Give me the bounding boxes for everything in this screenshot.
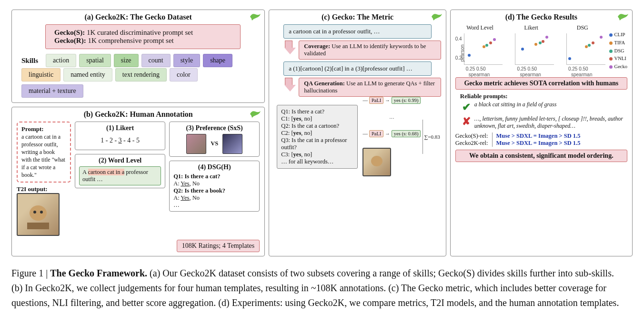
wordlevel-title: (2) Word Level	[79, 157, 161, 164]
x-icon: ✘	[462, 115, 471, 130]
legend-vnli: VNLI	[614, 56, 626, 61]
c2: C2: [yes, no]	[281, 130, 353, 137]
panel-a: (a) Gecko2K: The Gecko Dataset Gecko(S):…	[11, 10, 265, 103]
check-icon: ✔	[462, 101, 471, 113]
t2i-image	[17, 193, 60, 236]
q2: Q2: Is the cat a cartoon?	[281, 122, 353, 130]
skill-action: action	[46, 54, 76, 67]
q1: Q1: Is there a cat?	[281, 108, 353, 115]
panel-b-body: Prompt: a cartoon cat in a professor out…	[17, 122, 260, 236]
pref-image-b	[222, 134, 242, 154]
qa-label: QA Generation:	[304, 80, 345, 87]
wl-hi: cartoon cat in a	[88, 169, 125, 175]
pali-tag: PaLI	[369, 97, 383, 104]
gecko-icon	[431, 12, 443, 21]
prompt-label: Prompt:	[21, 125, 44, 132]
panel-a-title: (a) Gecko2K: The Gecko Dataset	[17, 13, 260, 21]
panel-b-leftcol: Prompt: a cartoon cat in a professor out…	[17, 122, 71, 236]
c3: C3: [yes, no]	[281, 151, 353, 158]
left-column: (a) Gecko2K: The Gecko Dataset Gecko(S):…	[11, 10, 265, 256]
mini-chart-likert: Likert 0.25 0.50spearman	[506, 24, 556, 74]
rank-box: Gecko(S)-rel: Muse > SDXL = Imagen > SD …	[455, 132, 627, 147]
mini-chart-wl: Word Level 0.25 0.50spearmanpearson0.40.…	[455, 24, 505, 74]
skill-material-texture: material + texture	[21, 84, 83, 98]
dsg-card: (4) DSG(H) Q1: Is there a cat? A: Yes, N…	[169, 161, 260, 212]
skill-spatial: spatial	[79, 54, 111, 67]
subset-s-label: Gecko(S):	[54, 29, 85, 36]
skill-size: size	[114, 54, 139, 67]
t2i-output: T2I output:	[17, 185, 71, 236]
skill-count: count	[141, 54, 171, 67]
panel-b-rightcol: (3) Preference (SxS) VS (4) DSG(H) Q1: I…	[169, 122, 260, 236]
arrow-down-icon	[284, 85, 296, 92]
yes-tag-1: yes (s: 0.99)	[392, 97, 421, 104]
reliable-bad-row: ✘ …, letterism, funny jumbled let-ters, …	[462, 115, 627, 130]
dsg-a1: A: Yes, No	[173, 180, 255, 187]
dsg-q2: Q2: Is there a book?	[173, 187, 225, 194]
panel-d: (d) The Gecko Results Word Level 0.25 0.…	[450, 10, 633, 256]
qa-list: Q1: Is there a cat? C1: [yes, no] Q2: Is…	[277, 105, 358, 169]
legend-tifa: TIFA	[614, 40, 625, 45]
skills-row-2: linguistic named entity text rendering c…	[17, 68, 260, 98]
c1: C1: [yes, no]	[281, 115, 353, 122]
caption-label: Figure 1 |	[11, 268, 50, 278]
chart-title-dsg: DSG	[558, 24, 607, 31]
prompt-box: Prompt: a cartoon cat in a professor out…	[17, 122, 71, 183]
sota-banner: Gecko metric achieves SOTA correlation w…	[455, 77, 627, 90]
skill-text-rendering: text rendering	[115, 68, 167, 82]
reliable-good-row: ✔ a black cat sitting in a field of gras…	[462, 101, 627, 113]
legend-clip: CLIP	[614, 32, 625, 37]
dots: …	[362, 114, 421, 120]
rank-2k-val: Muse > SDXL = Imagen > SD 1.5	[492, 140, 627, 147]
prompt-text: a cartoon cat in a professor outfit, wri…	[21, 133, 65, 178]
caption-title: The Gecko Framework.	[50, 268, 147, 278]
pref-image-a	[186, 134, 206, 154]
legend-dsg: DSG	[614, 48, 624, 53]
t2i-label: T2I output:	[17, 185, 48, 193]
panel-d-title: (d) The Gecko Results	[455, 13, 627, 21]
svg-rect-3	[27, 223, 49, 229]
skill-named-entity: named entity	[63, 68, 112, 82]
figure-grid: (a) Gecko2K: The Gecko Dataset Gecko(S):…	[11, 10, 633, 256]
coverage-step: Coverage: Use an LLM to identify keyword…	[299, 41, 441, 60]
wl-pre: A	[82, 169, 88, 175]
tagged-prompt-box: a (1)[cartoon] (2)[cat] in a (3)[profess…	[283, 61, 432, 76]
likert-title: (1) Likert	[79, 124, 161, 132]
wordlevel-box: A cartoon cat in a professor outfit …	[79, 166, 161, 185]
panel-b-title: (b) Gecko2K: Human Annotation	[17, 110, 260, 119]
vqa-image	[362, 148, 391, 176]
svg-point-1	[33, 211, 36, 214]
all-kw: … for all keywords…	[281, 158, 353, 165]
chart-title-wl: Word Level	[455, 24, 505, 31]
skill-color: color	[170, 68, 198, 82]
panel-b: (b) Gecko2K: Human Annotation Prompt: a …	[11, 107, 265, 256]
skill-linguistic: linguistic	[21, 68, 60, 82]
gecko-icon	[249, 109, 262, 119]
skill-shape: shape	[203, 54, 232, 67]
ordering-banner: We obtain a consistent, significant mode…	[455, 150, 627, 162]
yes-tag-2: yes (s: 0.68)	[392, 130, 421, 137]
dsg-more: …	[173, 202, 255, 209]
skill-style: style	[173, 54, 200, 67]
pref-card: (3) Preference (SxS) VS	[169, 122, 260, 157]
ratings-banner: 108K Ratings; 4 Templates	[177, 240, 260, 252]
arrow-down-icon	[284, 48, 296, 54]
qa-gen-step: QA Generation: Use an LLM to generate QA…	[299, 78, 441, 97]
input-prompt-box: a cartoon cat in a professor outfit, …	[283, 24, 432, 39]
gecko-icon	[249, 12, 262, 21]
q3: Q3: Is the cat in a professor outfit?	[281, 137, 353, 151]
subset-r-text: 1K comprehensive prompt set	[86, 37, 174, 44]
reliable-heading: Reliable prompts:	[460, 92, 627, 100]
wordlevel-card: (2) Word Level A cartoon cat in a profes…	[75, 154, 165, 188]
panel-c: (c) Gecko: The Metric a cartoon cat in a…	[269, 10, 446, 256]
panel-c-title: (c) Gecko: The Metric	[274, 13, 441, 21]
gecko-icon	[617, 12, 629, 21]
charts-row: Word Level 0.25 0.50spearmanpearson0.40.…	[455, 24, 627, 74]
mini-chart-dsg: DSG 0.25 0.50spearman	[558, 24, 607, 74]
subset-s-text: 1K curated discriminative prompt set	[85, 29, 193, 36]
figure-caption: Figure 1 | The Gecko Framework. (a) Our …	[11, 266, 626, 310]
skills-row-1: Skills action spatial size count style s…	[17, 54, 260, 67]
reliable-good: a black cat sitting in a field of grass	[474, 101, 557, 113]
vs-text: VS	[211, 140, 218, 147]
skills-label: Skills	[21, 55, 38, 67]
